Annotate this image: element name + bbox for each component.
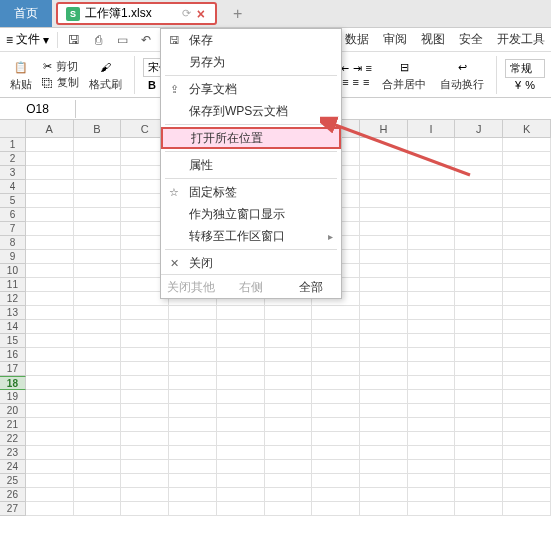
row-header[interactable]: 1 <box>0 138 26 152</box>
cell[interactable] <box>408 278 456 292</box>
home-tab[interactable]: 首页 <box>0 0 52 27</box>
cell[interactable] <box>217 320 265 334</box>
cell[interactable] <box>360 152 408 166</box>
cell[interactable] <box>360 404 408 418</box>
cell[interactable] <box>455 432 503 446</box>
cell[interactable] <box>26 320 74 334</box>
cell[interactable] <box>360 502 408 516</box>
cell[interactable] <box>169 306 217 320</box>
cell[interactable] <box>408 334 456 348</box>
cell[interactable] <box>360 222 408 236</box>
cell[interactable] <box>74 446 122 460</box>
undo-icon[interactable]: ↶ <box>138 32 154 48</box>
cell[interactable] <box>74 404 122 418</box>
cell[interactable] <box>121 362 169 376</box>
cell[interactable] <box>408 222 456 236</box>
col-header[interactable]: H <box>360 120 408 138</box>
cell[interactable] <box>26 474 74 488</box>
cell[interactable] <box>503 502 551 516</box>
cell[interactable] <box>360 390 408 404</box>
cm-move-workspace[interactable]: 转移至工作区窗口 ▸ <box>161 225 341 247</box>
cell[interactable] <box>26 460 74 474</box>
cm-close-all[interactable]: 全部 <box>281 275 341 298</box>
cell[interactable] <box>408 488 456 502</box>
cell[interactable] <box>121 488 169 502</box>
row-header[interactable]: 6 <box>0 208 26 222</box>
cell[interactable] <box>455 446 503 460</box>
cell[interactable] <box>26 390 74 404</box>
cell[interactable] <box>217 446 265 460</box>
row-header[interactable]: 9 <box>0 250 26 264</box>
cell[interactable] <box>455 222 503 236</box>
cell[interactable] <box>169 348 217 362</box>
cell[interactable] <box>265 446 313 460</box>
cell[interactable] <box>455 404 503 418</box>
cell[interactable] <box>265 502 313 516</box>
cell[interactable] <box>121 432 169 446</box>
cell[interactable] <box>217 362 265 376</box>
cell[interactable] <box>169 362 217 376</box>
cell[interactable] <box>360 474 408 488</box>
cell[interactable] <box>360 446 408 460</box>
cell[interactable] <box>121 306 169 320</box>
align-center-icon[interactable]: ≡ <box>353 76 359 88</box>
cell[interactable] <box>265 376 313 390</box>
row-header[interactable]: 13 <box>0 306 26 320</box>
cell[interactable] <box>408 180 456 194</box>
cell[interactable] <box>74 348 122 362</box>
cell[interactable] <box>26 222 74 236</box>
menu-view[interactable]: 视图 <box>421 31 445 48</box>
cell[interactable] <box>74 292 122 306</box>
row-header[interactable]: 10 <box>0 264 26 278</box>
row-header[interactable]: 3 <box>0 166 26 180</box>
cell[interactable] <box>360 194 408 208</box>
cell[interactable] <box>26 180 74 194</box>
cell[interactable] <box>26 306 74 320</box>
cell[interactable] <box>360 264 408 278</box>
cell[interactable] <box>455 194 503 208</box>
cell[interactable] <box>312 488 360 502</box>
cell[interactable] <box>121 390 169 404</box>
row-header[interactable]: 11 <box>0 278 26 292</box>
menu-security[interactable]: 安全 <box>459 31 483 48</box>
cell[interactable] <box>26 236 74 250</box>
cell[interactable] <box>360 320 408 334</box>
cell[interactable] <box>265 348 313 362</box>
cell[interactable] <box>169 376 217 390</box>
cell[interactable] <box>74 222 122 236</box>
row-header[interactable]: 7 <box>0 222 26 236</box>
cell[interactable] <box>169 446 217 460</box>
cell[interactable] <box>503 138 551 152</box>
cell[interactable] <box>26 432 74 446</box>
cell[interactable] <box>360 376 408 390</box>
cell[interactable] <box>455 180 503 194</box>
cell[interactable] <box>169 418 217 432</box>
row-header[interactable]: 16 <box>0 348 26 362</box>
cell[interactable] <box>455 488 503 502</box>
cell[interactable] <box>217 432 265 446</box>
cell[interactable] <box>408 166 456 180</box>
cell[interactable] <box>169 404 217 418</box>
cell[interactable] <box>121 334 169 348</box>
cell[interactable] <box>74 334 122 348</box>
cell[interactable] <box>26 418 74 432</box>
cm-properties[interactable]: 属性 <box>161 154 341 176</box>
cell[interactable] <box>26 348 74 362</box>
cell[interactable] <box>312 390 360 404</box>
cm-close[interactable]: ✕ 关闭 <box>161 252 341 274</box>
print-icon[interactable]: ⎙ <box>90 32 106 48</box>
cell[interactable] <box>74 264 122 278</box>
cell[interactable] <box>503 334 551 348</box>
cell[interactable] <box>408 376 456 390</box>
cell[interactable] <box>503 488 551 502</box>
cell[interactable] <box>312 376 360 390</box>
cell[interactable] <box>455 460 503 474</box>
cell[interactable] <box>503 250 551 264</box>
cell[interactable] <box>455 390 503 404</box>
row-header[interactable]: 12 <box>0 292 26 306</box>
cell[interactable] <box>217 376 265 390</box>
cell[interactable] <box>265 306 313 320</box>
cell[interactable] <box>312 334 360 348</box>
cell[interactable] <box>121 418 169 432</box>
cell[interactable] <box>455 278 503 292</box>
